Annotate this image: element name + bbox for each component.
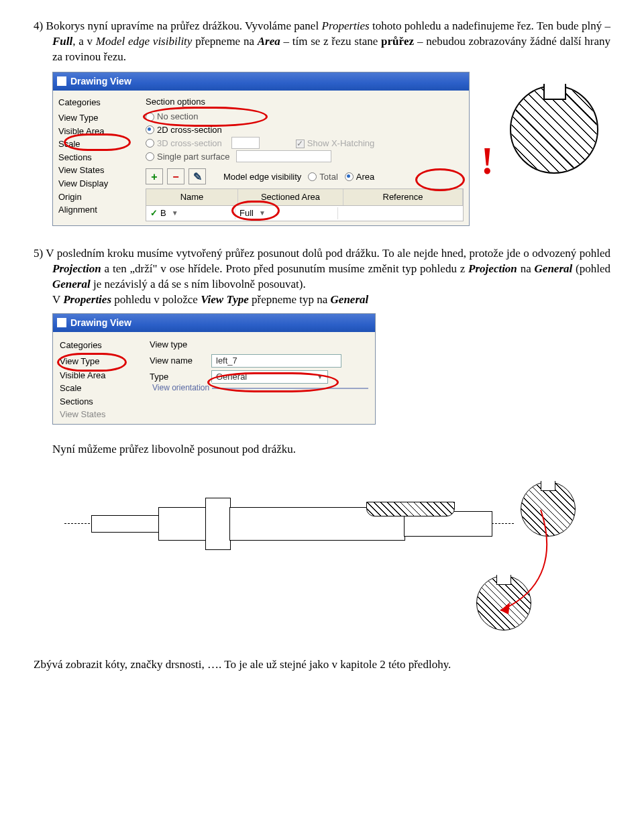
- cell-name: B: [160, 207, 166, 219]
- th-sectioned-area: Sectioned Area: [238, 189, 343, 205]
- list-number: 4): [34, 19, 43, 32]
- checkbox-show-x-hatching[interactable]: [296, 140, 305, 148]
- view-name-input[interactable]: left_7: [211, 354, 341, 368]
- drawing-view-panel: Drawing View Categories View Type Visibl…: [52, 72, 470, 226]
- radio-3d-cross-section[interactable]: 3D cross-section Show X-Hatching: [146, 136, 464, 150]
- cell-sectioned-area: Full: [239, 207, 254, 219]
- th-reference: Reference: [343, 189, 463, 205]
- section-options-area: Section options No section 2D cross-sect…: [146, 96, 464, 221]
- view-type-heading: View type: [150, 339, 368, 351]
- edit-button[interactable]: ✎: [189, 168, 206, 184]
- panel-title: Drawing View: [70, 75, 131, 88]
- radio-2d-cross-section[interactable]: 2D cross-section: [146, 123, 464, 137]
- paragraph-5: 5) V posledním kroku musíme vytvořený pr…: [34, 246, 610, 308]
- cat-visible-area[interactable]: Visible Area: [58, 125, 132, 138]
- cat-sections[interactable]: Sections: [60, 395, 133, 408]
- cat-sections[interactable]: Sections: [58, 151, 132, 164]
- panel-title: Drawing View: [70, 317, 131, 329]
- move-arrow: [420, 510, 581, 637]
- window-icon: [57, 318, 66, 327]
- section-options-label: Section options: [146, 96, 464, 108]
- radio-single-part-surface[interactable]: Single part surface: [146, 150, 464, 163]
- cat-view-display[interactable]: View Display: [58, 177, 132, 190]
- categories-list: Categories View Type Visible Area Scale …: [58, 96, 132, 221]
- section-diagram-large: [510, 85, 597, 172]
- view-orientation-label: View orientation: [150, 382, 212, 393]
- remove-button[interactable]: −: [167, 168, 184, 184]
- shaft-flange: [205, 498, 231, 550]
- paragraph-mid: Nyní můžeme průřez libovolně posunout po…: [34, 442, 610, 457]
- chevron-down-icon[interactable]: ▼: [172, 209, 178, 218]
- panel-titlebar: Drawing View: [53, 72, 469, 91]
- radio-area[interactable]: Area: [345, 170, 374, 184]
- view-name-label: View name: [150, 355, 203, 367]
- cat-alignment[interactable]: Alignment: [58, 203, 132, 217]
- table-row[interactable]: ✓B▼ Full▼: [146, 206, 464, 221]
- cat-scale[interactable]: Scale: [60, 382, 133, 395]
- radio-no-section[interactable]: No section: [146, 110, 464, 123]
- categories-label: Categories: [60, 339, 133, 352]
- add-button[interactable]: +: [146, 168, 163, 184]
- highlight-ring: [57, 353, 127, 372]
- paragraph-4: 4) Bokorys nyní upravíme na průřez drážk…: [34, 19, 610, 65]
- shaft-segment: [158, 507, 207, 541]
- chevron-down-icon[interactable]: ▼: [259, 209, 266, 218]
- cat-view-states[interactable]: View States: [60, 408, 133, 421]
- shaft-segment: [91, 515, 160, 533]
- cat-scale[interactable]: Scale: [58, 138, 132, 151]
- check-icon: ✓: [150, 207, 158, 219]
- shaft-drawing: [64, 463, 610, 637]
- categories-list: Categories View Type Visible Area Scale …: [60, 339, 133, 421]
- highlight-ring: [207, 372, 339, 392]
- paragraph-final: Zbývá zobrazit kóty, značky drsnosti, ….…: [34, 657, 610, 673]
- radio-total[interactable]: Total: [308, 170, 337, 184]
- categories-label: Categories: [58, 96, 132, 109]
- th-name: Name: [146, 189, 238, 205]
- type-label: Type: [150, 371, 203, 383]
- model-edge-visibility-group: Model edge visibility Total Area: [223, 170, 374, 184]
- cat-view-type[interactable]: View Type: [58, 111, 132, 125]
- list-number: 5): [34, 247, 43, 260]
- panel-titlebar: Drawing View: [53, 314, 375, 332]
- section-table-header: Name Sectioned Area Reference: [146, 188, 464, 206]
- cat-view-states[interactable]: View States: [58, 164, 132, 177]
- drawing-view-panel-2: Drawing View Categories View Type Visibl…: [52, 313, 376, 425]
- exclamation-icon: !: [481, 136, 494, 187]
- view-type-fields: View type View name left_7 Type General▼…: [150, 339, 368, 421]
- cat-origin[interactable]: Origin: [58, 190, 132, 204]
- window-icon: [57, 76, 66, 86]
